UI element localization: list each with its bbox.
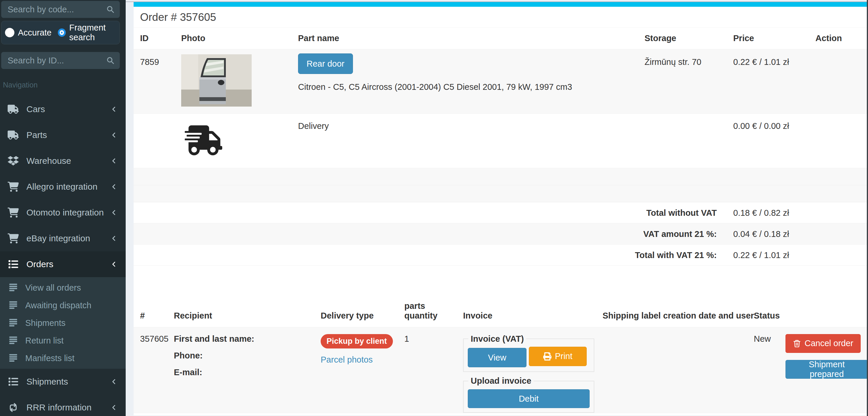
total-with-vat-row: Total with VAT 21 %: 0.22 € / 1.01 zł <box>134 244 868 265</box>
upload-invoice-legend: Upload invoice <box>468 376 533 386</box>
sidebar-item-cars[interactable]: Cars <box>0 96 126 122</box>
chevron-left-icon <box>111 183 118 190</box>
spacer-row <box>134 168 868 185</box>
sidebar-item-label: Otomoto integration <box>26 207 104 218</box>
part-name-button[interactable]: Rear door <box>298 54 353 74</box>
search-by-id-input[interactable] <box>1 52 120 69</box>
search-by-id-box <box>1 52 120 69</box>
parcel-photos-link[interactable]: Parcel photos <box>321 355 373 364</box>
chevron-left-icon <box>111 404 118 411</box>
total-label: Total with VAT 21 %: <box>134 244 727 265</box>
col-part-name: Part name <box>291 28 638 49</box>
sub-item-label: Awaiting dispatch <box>25 300 91 310</box>
recipient-phone-label: Phone: <box>174 351 314 360</box>
part-photo[interactable] <box>181 54 252 106</box>
radio-fragment-circle[interactable] <box>60 30 64 35</box>
sidebar-item-orders[interactable]: Orders <box>0 251 126 277</box>
col-parts-quantity: parts quantity <box>398 266 457 327</box>
shopping-cart-icon <box>8 233 21 244</box>
search-icon[interactable] <box>106 5 115 13</box>
radio-accurate-label: Accurate <box>18 28 52 38</box>
delivery-truck-icon <box>181 125 226 155</box>
col-id: ID <box>134 28 175 49</box>
main-content: Order # 357605 ID Photo Part name Storag… <box>126 0 868 416</box>
search-icon[interactable] <box>106 56 115 65</box>
list-lines-icon <box>8 301 20 310</box>
search-by-code-box <box>1 1 120 18</box>
recipient-email-label: E-mail: <box>174 367 314 377</box>
debit-button[interactable]: Debit <box>468 389 590 408</box>
sub-item-label: Return list <box>25 336 64 346</box>
part-description: Citroen - C5, C5 Aircross (2001-2004) C5… <box>298 82 638 92</box>
print-label: Print <box>555 351 572 361</box>
sub-item-label: View all orders <box>25 283 81 293</box>
list-icon <box>8 259 21 269</box>
sidebar-item-allegro-integration[interactable]: Allegro integration <box>0 174 126 200</box>
orders-submenu: View all orders Awaiting dispatch Shipme… <box>0 277 126 369</box>
boxes-icon <box>8 156 21 166</box>
cancel-order-button[interactable]: Cancel order <box>785 334 861 353</box>
order-parts-table: ID Photo Part name Storage Price Action … <box>134 28 868 266</box>
chevron-left-icon <box>111 131 118 138</box>
shopping-cart-icon <box>8 182 21 192</box>
sidebar-item-shipments-sub[interactable]: Shipments <box>0 314 126 332</box>
print-invoice-button[interactable]: Print <box>529 347 587 366</box>
cancel-order-label: Cancel order <box>805 339 853 348</box>
total-label: VAT amount 21 %: <box>134 223 727 244</box>
sub-item-label: Shipments <box>25 318 65 328</box>
sidebar-item-shipments[interactable]: Shipments <box>0 369 126 394</box>
shipment-table: # Recipient Delivery type parts quantity… <box>134 266 868 413</box>
sidebar: Accurate Fragment search Navigation Cars… <box>0 0 126 416</box>
sidebar-item-label: eBay integration <box>26 233 90 244</box>
search-by-code-input[interactable] <box>1 1 120 18</box>
page-title: Order # 357605 <box>134 7 868 28</box>
col-shipping-label: Shipping label creation date and user <box>596 266 747 327</box>
printer-icon <box>543 352 552 360</box>
shipping-label-cell <box>596 327 747 413</box>
total-value: 0.22 € / 1.01 zł <box>727 244 809 265</box>
invoice-vat-legend: Invoice (VAT) <box>468 334 526 344</box>
col-photo: Photo <box>175 28 291 49</box>
parts-quantity-value: 1 <box>398 327 457 413</box>
col-storage: Storage <box>638 28 727 49</box>
sidebar-item-label: Warehouse <box>26 156 71 166</box>
trash-icon <box>793 340 801 348</box>
sidebar-item-rrr-information[interactable]: RRR information <box>0 394 126 416</box>
col-actions <box>779 266 868 327</box>
total-label: Total without VAT <box>134 202 727 223</box>
sidebar-item-otomoto-integration[interactable]: Otomoto integration <box>0 200 126 225</box>
delivery-type-badge: Pickup by client <box>321 334 393 349</box>
list-icon <box>8 377 21 387</box>
sidebar-item-awaiting-dispatch[interactable]: Awaiting dispatch <box>0 296 126 314</box>
sidebar-item-parts[interactable]: Parts <box>0 122 126 148</box>
radio-accurate-circle[interactable] <box>5 28 14 37</box>
col-action: Action <box>809 28 868 49</box>
radio-accurate[interactable]: Accurate <box>5 28 52 38</box>
sub-item-label: Manifests list <box>25 353 74 363</box>
col-price: Price <box>727 28 809 49</box>
sidebar-item-view-all-orders[interactable]: View all orders <box>0 279 126 296</box>
radio-fragment-search[interactable]: Fragment search <box>58 23 116 42</box>
sidebar-item-return-list[interactable]: Return list <box>0 332 126 349</box>
recipient-name-label: First and last name: <box>174 334 314 344</box>
view-invoice-button[interactable]: View <box>468 348 527 367</box>
upload-invoice-group: Upload invoice Debit <box>463 376 594 413</box>
chevron-left-icon <box>111 261 118 268</box>
list-lines-icon <box>8 283 20 292</box>
sidebar-item-manifests-list[interactable]: Manifests list <box>0 349 126 367</box>
radio-fragment-label: Fragment search <box>69 23 116 42</box>
sidebar-item-warehouse[interactable]: Warehouse <box>0 148 126 174</box>
delivery-row: Delivery 0.00 € / 0.00 zł <box>134 113 868 168</box>
sidebar-item-label: Cars <box>26 104 45 114</box>
window-right-edge <box>867 0 868 416</box>
list-lines-icon <box>8 354 20 362</box>
order-number: 357605 <box>134 327 167 413</box>
status-value: New <box>747 327 779 413</box>
shipment-prepared-button[interactable]: Shipment prepared <box>785 360 868 379</box>
order-actions-cell: Cancel order Shipment prepared <box>779 327 868 413</box>
sidebar-item-ebay-integration[interactable]: eBay integration <box>0 225 126 251</box>
part-storage: Žirmūnų str. 70 <box>638 49 727 113</box>
shipment-row: 357605 First and last name: Phone: E-mai… <box>134 327 868 413</box>
top-strip <box>126 0 868 2</box>
spacer-row <box>134 185 868 202</box>
